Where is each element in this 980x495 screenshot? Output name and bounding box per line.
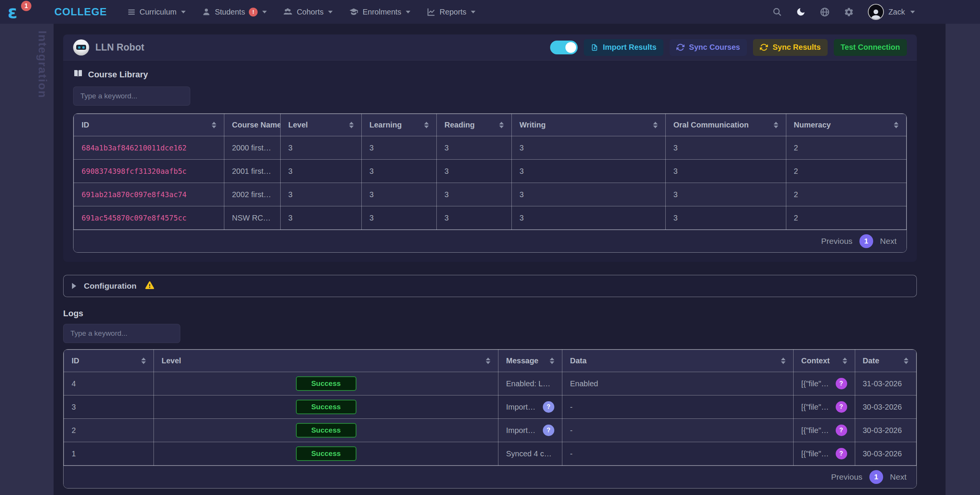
chevron-right-icon <box>72 283 76 289</box>
help-icon[interactable] <box>836 448 847 459</box>
column-header[interactable]: Reading <box>437 114 512 136</box>
notification-badge: 1 <box>21 1 31 11</box>
sort-icon[interactable] <box>843 358 847 364</box>
column-header[interactable]: Oral Communication <box>666 114 786 136</box>
configuration-accordion[interactable]: Configuration <box>63 275 917 297</box>
sort-icon[interactable] <box>781 358 786 364</box>
log-context: [{"file":"\/var\/www\/app\/src… <box>794 419 855 442</box>
page-number[interactable]: 1 <box>859 234 873 248</box>
course-row: 691ac545870c097e8f4575cc NSW RCG SITHGAM… <box>74 206 906 230</box>
page-number[interactable]: 1 <box>869 470 883 484</box>
nav-item-students[interactable]: Students ! <box>202 7 267 16</box>
enable-toggle[interactable] <box>550 41 578 54</box>
context-text: [{"file":"\/var\/www\/app\/src… <box>801 426 830 435</box>
nav-item-reports[interactable]: Reports <box>426 7 475 16</box>
course-table-header-row: ID Course Name <box>74 114 906 136</box>
help-icon[interactable] <box>836 378 847 389</box>
page-side-label: Integration <box>36 31 49 98</box>
column-label: ID <box>72 356 79 365</box>
user-name: Zack <box>889 8 905 16</box>
course-search-input[interactable] <box>73 87 190 106</box>
import-results-button[interactable]: Import Results <box>584 39 663 56</box>
help-icon[interactable] <box>543 425 554 436</box>
nav-item-enrolments[interactable]: Enrolments <box>349 7 410 16</box>
column-label: ID <box>82 121 89 129</box>
message-text: Import complete: 12 imported, 0 skipped … <box>506 426 537 435</box>
log-date: 30-03-2026 <box>855 395 916 419</box>
lln-robot-header: LLN Robot Import Results Sync Courses <box>63 34 917 60</box>
button-label: Import Results <box>603 43 657 52</box>
message-text: Synced 4 course(s) from LLN Robot. <box>506 449 554 458</box>
page-canvas: LLN Robot Import Results Sync Courses <box>54 24 946 495</box>
robot-icon <box>73 39 89 56</box>
avatar <box>868 4 884 20</box>
logs-search-input[interactable] <box>63 324 180 343</box>
column-header[interactable]: ID <box>64 350 154 372</box>
globe-icon[interactable] <box>820 7 830 17</box>
column-header[interactable]: Learning <box>362 114 437 136</box>
course-id[interactable]: 691ab21a870c097e8f43ac74 <box>74 183 224 206</box>
course-id[interactable]: 691ac545870c097e8f4575cc <box>74 206 224 230</box>
sort-icon[interactable] <box>774 122 778 128</box>
moon-icon[interactable] <box>796 7 806 17</box>
user-menu[interactable]: Zack <box>868 4 915 20</box>
sort-icon[interactable] <box>141 358 146 364</box>
log-row: 3 Success Import complete: 1 imported, 1… <box>64 395 916 419</box>
sort-icon[interactable] <box>550 358 554 364</box>
column-header[interactable]: Data <box>562 350 794 372</box>
column-label: Writing <box>519 121 546 129</box>
course-level: 3 <box>281 160 362 183</box>
search-icon[interactable] <box>772 7 782 17</box>
column-header[interactable]: Course Name <box>224 114 281 136</box>
column-header[interactable]: Message <box>498 350 562 372</box>
status-badge: Success <box>296 376 356 391</box>
sort-icon[interactable] <box>424 122 429 128</box>
sync-results-button[interactable]: Sync Results <box>753 39 828 56</box>
log-data: - <box>562 395 794 419</box>
configuration-title: Configuration <box>84 281 137 291</box>
person-icon <box>202 7 211 16</box>
logo-glyph: ε <box>8 2 18 22</box>
column-header[interactable]: Level <box>154 350 498 372</box>
help-icon[interactable] <box>836 401 847 413</box>
nav-item-cohorts[interactable]: Cohorts <box>283 7 333 16</box>
sort-icon[interactable] <box>904 358 908 364</box>
next-button[interactable]: Next <box>890 472 906 482</box>
log-id: 4 <box>64 372 154 395</box>
brand-title: COLLEGE <box>54 6 107 18</box>
status-badge: Success <box>296 446 356 461</box>
button-label: Test Connection <box>841 43 900 52</box>
header-actions: Import Results Sync Courses Sync Results… <box>550 39 907 56</box>
log-context: [{"file":"\/var\/www\/app\/src… <box>794 442 855 466</box>
app-logo[interactable]: ε 1 <box>8 3 25 21</box>
column-header[interactable]: Level <box>281 114 362 136</box>
sort-icon[interactable] <box>653 122 658 128</box>
column-header[interactable]: ID <box>74 114 224 136</box>
column-header[interactable]: Date <box>855 350 916 372</box>
help-icon[interactable] <box>543 401 554 413</box>
column-header[interactable]: Numeracy <box>786 114 906 136</box>
next-button[interactable]: Next <box>880 237 897 246</box>
sort-icon[interactable] <box>212 122 216 128</box>
course-name: 2001 first six months <box>224 160 281 183</box>
course-row: 6908374398fcf31320aafb5c 2001 first six … <box>74 160 906 183</box>
column-label: Date <box>863 356 879 365</box>
panel-title: LLN Robot <box>95 42 144 53</box>
help-icon[interactable] <box>836 425 847 436</box>
test-connection-button[interactable]: Test Connection <box>834 39 907 56</box>
course-id[interactable]: 684a1b3af846210011dce162 <box>74 136 224 160</box>
gear-icon[interactable] <box>844 7 854 17</box>
course-id[interactable]: 6908374398fcf31320aafb5c <box>74 160 224 183</box>
log-data: Enabled <box>562 372 794 395</box>
nav-item-curriculum[interactable]: Curriculum <box>127 8 186 16</box>
sort-icon[interactable] <box>349 122 354 128</box>
sort-icon[interactable] <box>486 358 490 364</box>
previous-button[interactable]: Previous <box>821 237 853 246</box>
sort-icon[interactable] <box>499 122 504 128</box>
sync-courses-button[interactable]: Sync Courses <box>670 39 747 56</box>
sort-icon[interactable] <box>894 122 898 128</box>
message-text: Import complete: 1 imported, 11 skipped … <box>506 403 537 412</box>
column-header[interactable]: Context <box>794 350 855 372</box>
previous-button[interactable]: Previous <box>831 472 862 482</box>
column-header[interactable]: Writing <box>512 114 666 136</box>
